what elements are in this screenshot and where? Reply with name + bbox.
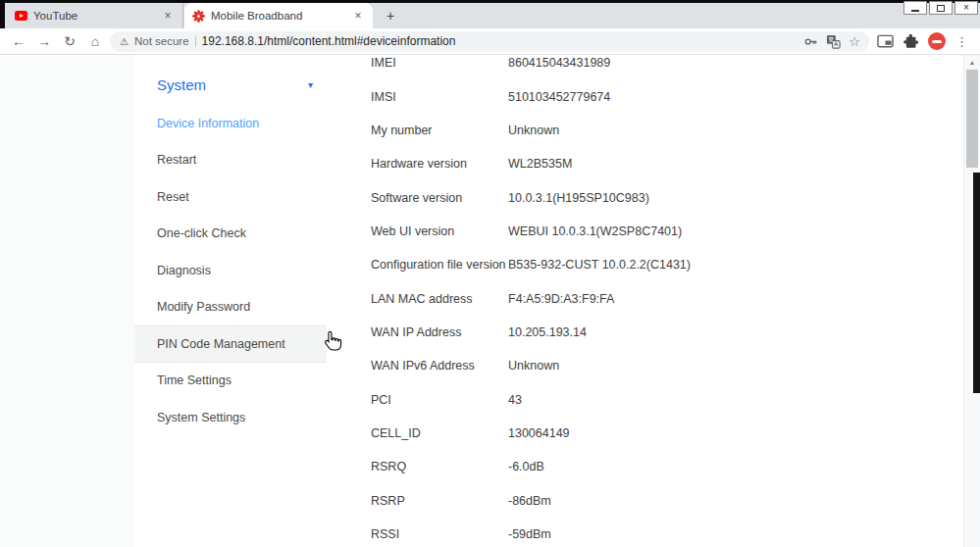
tab-title: Mobile Broadband bbox=[211, 10, 345, 22]
password-key-icon[interactable] bbox=[803, 34, 818, 49]
security-warning-icon: ⚠ bbox=[120, 36, 129, 47]
home-button[interactable]: ⌂ bbox=[84, 33, 106, 49]
field-value: WEBUI 10.0.3.1(W2SP8C7401) bbox=[508, 224, 682, 238]
tab-youtube[interactable]: YouTube × bbox=[7, 3, 183, 28]
extension-puzzle-icon[interactable] bbox=[903, 34, 918, 49]
table-row: My number Unknown bbox=[371, 114, 940, 147]
field-value: 10.205.193.14 bbox=[508, 325, 587, 339]
table-row: Hardware version WL2B535M bbox=[371, 147, 940, 180]
field-value: -59dBm bbox=[508, 527, 551, 541]
chevron-down-icon: ▾ bbox=[308, 79, 313, 90]
back-button[interactable]: ← bbox=[8, 33, 29, 49]
sidebar-item-pin-code-management[interactable]: PIN Code Management bbox=[134, 325, 327, 363]
sidebar-item-diagnosis[interactable]: Diagnosis bbox=[134, 252, 327, 289]
sidebar-item-restart[interactable]: Restart bbox=[134, 142, 327, 179]
close-icon: × bbox=[963, 3, 969, 13]
sidebar-item-reset[interactable]: Reset bbox=[134, 178, 327, 216]
field-value: 860415043431989 bbox=[508, 56, 610, 70]
browser-toolbar: ← → ↻ ⌂ ⚠ Not secure 192.168.8.1/html/co… bbox=[0, 28, 980, 55]
youtube-favicon-icon bbox=[15, 11, 27, 21]
minimize-icon bbox=[911, 10, 919, 12]
field-label: Hardware version bbox=[371, 157, 508, 171]
screen-edge-artifact bbox=[973, 173, 980, 393]
table-row: LAN MAC address F4:A5:9D:A3:F9:FA bbox=[371, 281, 940, 315]
sidebar-section-label: System bbox=[157, 76, 206, 93]
tab-mobile-broadband[interactable]: Mobile Broadband × bbox=[184, 3, 373, 28]
huawei-favicon-icon bbox=[192, 10, 205, 23]
field-value: 10.0.3.1(H195SP10C983) bbox=[508, 191, 649, 205]
sidebar-item-time-settings[interactable]: Time Settings bbox=[134, 363, 327, 400]
picture-in-picture-icon[interactable] bbox=[877, 34, 894, 48]
field-label: RSRP bbox=[371, 494, 508, 508]
device-information-table: IMEI 860415043431989 IMSI 51010345277967… bbox=[371, 55, 940, 547]
table-row: WAN IPv6 Address Unknown bbox=[371, 349, 940, 382]
field-label: RSRQ bbox=[371, 460, 508, 473]
address-bar[interactable]: ⚠ Not secure 192.168.8.1/html/content.ht… bbox=[110, 31, 869, 52]
table-row: RSSI -59dBm bbox=[371, 518, 940, 547]
new-tab-button[interactable]: + bbox=[382, 7, 399, 25]
tab-strip: YouTube × Mobile Broadband × + bbox=[5, 3, 980, 28]
field-value: F4:A5:9D:A3:F9:FA bbox=[508, 292, 614, 306]
close-button[interactable]: × bbox=[954, 1, 978, 15]
reload-button[interactable]: ↻ bbox=[59, 33, 80, 49]
field-label: My number bbox=[371, 124, 508, 137]
field-value: Unknown bbox=[508, 359, 559, 373]
security-label[interactable]: Not secure bbox=[134, 35, 189, 47]
bookmark-star-icon[interactable]: ☆ bbox=[849, 34, 860, 49]
sidebar-item-device-information[interactable]: Device Information bbox=[134, 105, 327, 142]
toolbar-right-icons: ⋮ bbox=[873, 32, 972, 50]
field-label: RSSI bbox=[371, 527, 508, 541]
field-label: Software version bbox=[371, 191, 508, 205]
table-row: Configuration file version B535-932-CUST… bbox=[371, 248, 940, 281]
field-label: IMEI bbox=[371, 56, 508, 70]
sidebar-items: Device Information Restart Reset One-cli… bbox=[134, 105, 327, 436]
sidebar: System ▾ Device Information Restart Rese… bbox=[134, 55, 327, 436]
minimize-button[interactable] bbox=[903, 1, 927, 15]
field-value: -86dBm bbox=[508, 494, 551, 508]
tab-close-icon[interactable]: × bbox=[161, 9, 175, 23]
sidebar-section-system[interactable]: System ▾ bbox=[134, 70, 327, 100]
page-content: System ▾ Device Information Restart Rese… bbox=[0, 55, 963, 547]
field-label: PCI bbox=[371, 393, 508, 407]
field-value: Unknown bbox=[508, 124, 559, 137]
field-value: 43 bbox=[508, 393, 522, 407]
table-row: Software version 10.0.3.1(H195SP10C983) bbox=[371, 180, 940, 214]
url-input[interactable]: 192.168.8.1/html/content.html#deviceinfo… bbox=[202, 34, 799, 48]
table-row: RSRP -86dBm bbox=[371, 483, 940, 517]
profile-avatar[interactable] bbox=[928, 32, 946, 50]
field-label: WAN IPv6 Address bbox=[371, 359, 508, 373]
page-left-gutter bbox=[0, 55, 134, 547]
table-row: PCI 43 bbox=[371, 382, 940, 416]
table-row: Web UI version WEBUI 10.0.3.1(W2SP8C7401… bbox=[371, 215, 940, 248]
omnibox-divider bbox=[195, 35, 196, 47]
table-row: RSRQ -6.0dB bbox=[371, 450, 940, 483]
table-row: IMEI 860415043431989 bbox=[371, 55, 940, 79]
browser-menu-icon[interactable]: ⋮ bbox=[955, 34, 968, 49]
window-controls: × bbox=[903, 1, 978, 15]
field-label: CELL_ID bbox=[371, 426, 508, 440]
field-value: 510103452779674 bbox=[508, 90, 610, 104]
tab-title: YouTube bbox=[33, 10, 155, 22]
scrollbar-thumb[interactable] bbox=[966, 70, 978, 168]
sidebar-item-one-click-check[interactable]: One-click Check bbox=[134, 216, 327, 253]
field-label: Configuration file version bbox=[371, 258, 508, 272]
window-top-frame: YouTube × Mobile Broadband × + bbox=[0, 0, 980, 28]
table-row: WAN IP Address 10.205.193.14 bbox=[371, 316, 940, 349]
omnibox-action-icons: ☆ bbox=[803, 34, 860, 49]
scrollbar-up-icon[interactable]: ▲ bbox=[964, 55, 980, 70]
maximize-icon bbox=[937, 5, 945, 12]
field-value: 130064149 bbox=[508, 426, 570, 440]
translate-icon[interactable] bbox=[826, 34, 841, 49]
table-row: CELL_ID 130064149 bbox=[371, 417, 940, 450]
field-label: Web UI version bbox=[371, 224, 508, 238]
forward-button[interactable]: → bbox=[33, 33, 55, 49]
tab-close-icon[interactable]: × bbox=[351, 9, 365, 23]
field-value: WL2B535M bbox=[508, 157, 572, 171]
field-value: -6.0dB bbox=[508, 460, 544, 473]
maximize-button[interactable] bbox=[929, 1, 953, 15]
field-label: LAN MAC address bbox=[371, 292, 508, 306]
field-value: B535-932-CUST 10.0.2.2(C1431) bbox=[508, 258, 691, 272]
sidebar-item-system-settings[interactable]: System Settings bbox=[134, 399, 327, 436]
table-row: IMSI 510103452779674 bbox=[371, 79, 940, 113]
sidebar-item-modify-password[interactable]: Modify Password bbox=[134, 289, 327, 326]
